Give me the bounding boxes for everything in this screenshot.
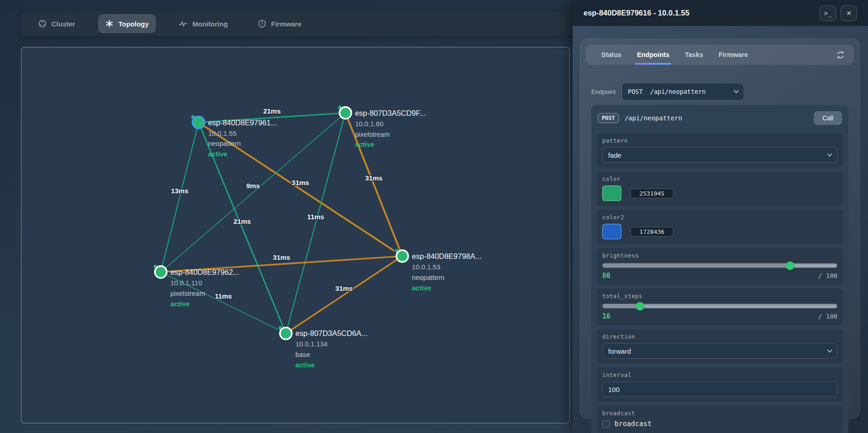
request-card-header: POST /api/neopattern Call [597,110,843,129]
field-row-color2: color21728436 [597,210,843,244]
color2-swatch[interactable] [602,224,621,239]
endpoint-select[interactable]: POST /api/neopattern [622,83,744,100]
broadcast-checkbox-row: broadcast [602,420,837,428]
method-badge: POST [598,113,619,123]
chevron-down-icon [827,151,832,156]
topology-node[interactable]: esp-840D8E97962...10.0.1.110pixelstreama… [153,264,239,308]
node-ip-label: 10.0.1.60 [355,120,383,128]
chevron-down-icon [734,88,739,93]
node-status-label: active [208,150,227,158]
request-path: /api/neopattern [625,114,808,122]
node-circle [340,107,351,119]
nav-item-label: Topology [119,20,149,28]
nav-item-label: Firmware [271,20,302,28]
panel-tabbar: StatusEndpointsTasksFirmware [586,45,854,65]
topology-edge [161,113,346,272]
direction-select[interactable]: forward [602,343,837,359]
node-ip-label: 10.0.1.110 [170,279,202,287]
topology-node[interactable]: esp-840D8E9798A...10.0.1.53neopatternact… [394,248,481,292]
nav-item-topology[interactable]: Topology [98,14,156,33]
tab-tasks[interactable]: Tasks [678,45,709,65]
node-status-label: active [355,140,374,148]
node-circle [155,266,167,278]
edge-latency-label: 21ms [263,107,280,115]
node-ip-label: 10.0.1.134 [295,340,328,348]
field-label: total_steps [602,293,837,299]
tab-status[interactable]: Status [595,45,628,65]
field-row-interval: interval100 [597,367,843,402]
field-label: color2 [602,214,837,221]
node-circle [396,250,408,262]
node-role-label: neopattern [412,273,444,281]
field-row-total_steps: total_steps16/ 100 [597,289,843,325]
color-value-input[interactable]: 2531945 [630,189,673,198]
slider-fill [603,304,640,308]
endpoints-pane: StatusEndpointsTasksFirmware Endpoint PO… [580,39,860,418]
node-status-label: active [170,300,190,308]
refresh-button[interactable] [836,51,845,59]
tab-firmware[interactable]: Firmware [712,45,754,65]
call-button[interactable]: Call [814,111,842,125]
field-label: pattern [602,137,837,144]
total_steps-current-value: 16 [602,312,610,320]
field-label: interval [602,371,837,378]
topology-edge [161,123,199,272]
field-row-color: color2531945 [597,171,843,206]
request-card: POST /api/neopattern Call patternfadecol… [591,105,848,433]
edge-latency-label: 9ms [246,182,260,190]
refresh-icon [836,51,845,59]
node-ip-label: 10.0.1.53 [412,263,440,271]
field-row-direction: directionforward [597,329,843,364]
brightness-slider[interactable] [603,263,837,268]
node-name-label: esp-840D8E97962... [170,268,239,276]
color2-control: 1728436 [602,224,837,239]
cluster-icon [38,20,46,28]
pattern-select[interactable]: fade [602,147,837,163]
topology-graph: 21ms13ms31ms21ms9ms31ms11ms31ms11ms31mse… [21,47,569,423]
chevron-down-icon [827,347,832,352]
topology-node[interactable]: esp-807D3A5CD6A...10.0.1.134baseactive [278,326,367,369]
node-role-label: pixelstream [355,130,390,138]
nav-item-cluster[interactable]: Cluster [31,11,83,36]
total_steps-slider[interactable] [603,304,837,308]
endpoints-content: Endpoint POST /api/neopattern POST /api/… [586,65,854,433]
brightness-slider-thumb[interactable] [786,261,795,270]
slider-values: 16/ 100 [602,312,837,320]
nav-item-monitoring[interactable]: Monitoring [171,11,235,36]
edge-latency-label: 31ms [336,284,353,292]
field-label: brightness [602,252,837,259]
color2-value-input[interactable]: 1728436 [630,227,673,237]
nav-item-firmware[interactable]: Firmware [251,11,309,36]
tab-endpoints[interactable]: Endpoints [630,45,676,65]
interval-input[interactable]: 100 [602,381,837,397]
close-icon: ✕ [846,10,852,17]
color-control: 2531945 [602,186,837,201]
node-status-label: active [295,361,315,369]
edge-latency-label: 13ms [171,187,188,195]
select-value: forward [608,347,631,355]
node-role-label: pixelstream [170,289,205,297]
edge-latency-label: 31ms [292,179,309,186]
node-name-label: esp-840D8E9798A... [412,252,481,260]
topology-canvas[interactable]: 21ms13ms31ms21ms9ms31ms11ms31ms11ms31mse… [21,47,570,423]
field-label: direction [602,333,837,340]
broadcast-checkbox[interactable] [602,420,610,428]
field-row-broadcast: broadcastbroadcast [597,406,843,433]
node-name-label: esp-807D3A5CD9F... [355,109,426,117]
edge-latency-label: 21ms [233,217,251,225]
node-name-label: esp-807D3A5CD6A... [295,329,367,337]
endpoint-select-value: POST /api/neopattern [628,88,706,95]
node-circle-selected [193,117,205,129]
total_steps-slider-thumb[interactable] [636,302,645,310]
field-label: color [602,175,837,182]
monitoring-icon [179,20,187,28]
nav-item-label: Monitoring [192,20,227,28]
terminal-button[interactable]: >_ [820,5,836,21]
nav-item-label: Cluster [52,20,75,28]
edge-latency-label: 31ms [273,253,290,261]
close-button[interactable]: ✕ [841,5,857,21]
color-swatch[interactable] [602,186,621,201]
brightness-max-value: / 100 [818,272,837,279]
slider-values: 80/ 100 [602,272,837,280]
node-role-label: neopattern [208,139,241,147]
